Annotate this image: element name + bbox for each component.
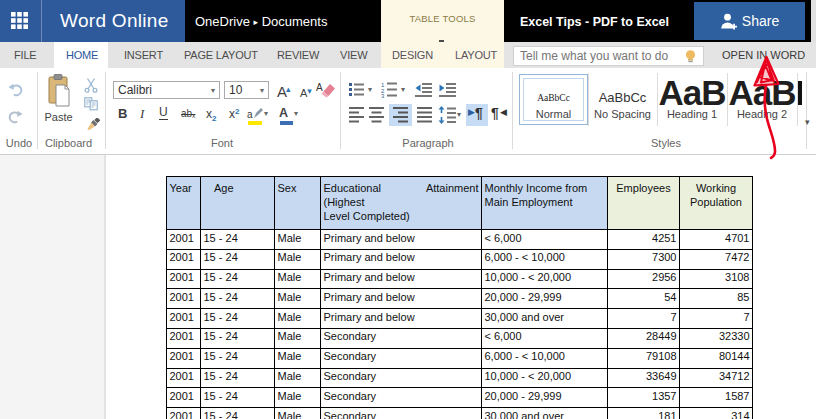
svg-text:3: 3 bbox=[381, 93, 385, 98]
svg-text:A: A bbox=[316, 82, 323, 93]
